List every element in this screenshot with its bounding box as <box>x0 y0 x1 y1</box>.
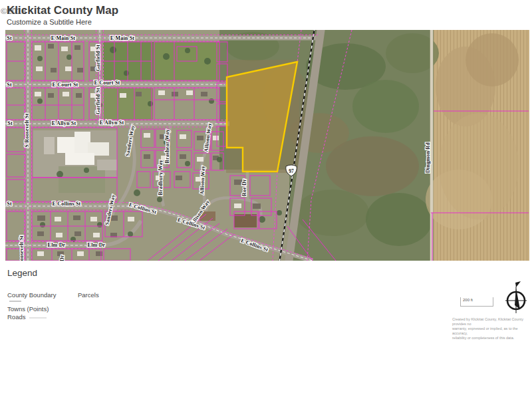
street-label: E Main St <box>51 35 76 41</box>
page-title: Klickitat County Map <box>7 4 118 17</box>
street-label: Bradbury Way <box>158 160 164 196</box>
street-label: St <box>7 120 13 126</box>
street-label: Garfield St <box>95 88 101 114</box>
scale-bar-label: 200 ft <box>461 298 493 302</box>
attribution-line: reliability or completeness of this data… <box>452 336 532 340</box>
street-label: E Allyn St <box>100 120 124 126</box>
roads-swatch <box>29 317 47 319</box>
aerial-map: 97 St E Main St E Main St Garfield St St… <box>5 30 529 261</box>
street-label: Dingmon Rd <box>425 142 431 173</box>
street-label: St <box>7 82 12 88</box>
street-label: S Roosevelt St <box>24 113 30 147</box>
street-label: St <box>7 201 12 207</box>
attribution-line: Created by Klickitat County, Klickitat C… <box>452 317 532 327</box>
map-canvas[interactable]: 97 St E Main St E Main St Garfield St St… <box>5 30 529 261</box>
street-label: Roe Dr <box>241 179 247 196</box>
north-arrow-icon <box>503 279 530 315</box>
street-label: E Court St <box>53 82 78 88</box>
street-label: Dr <box>59 255 65 261</box>
attribution-line: warranty, expressed or implied, as to th… <box>452 327 532 336</box>
county-boundary-swatch <box>9 301 21 302</box>
street-label: E Main St <box>110 35 135 41</box>
street-label: Allison Way <box>199 166 206 195</box>
street-label: Brashear Way <box>164 129 170 163</box>
legend-title: Legend <box>7 268 37 278</box>
street-label: Garfield St <box>95 45 101 71</box>
legend-item-county-boundary: County Boundary <box>7 291 56 299</box>
map-export-page: { "header": { "title": "Klickitat County… <box>0 0 532 399</box>
street-label: E Collins St <box>53 201 81 207</box>
scale-bar: 200 ft <box>460 297 493 307</box>
highway-97-label: 97 <box>289 168 294 174</box>
legend-item-towns-points: Towns (Points) <box>7 305 49 313</box>
attribution-text: Created by Klickitat County, Klickitat C… <box>452 317 532 340</box>
street-label: Elm Dr <box>48 242 66 248</box>
page-subtitle: Customize a Subtitle Here <box>7 18 92 26</box>
street-label: E Allyn St <box>52 120 76 126</box>
legend-item-roads: Roads <box>7 313 25 321</box>
street-label: E Court St <box>94 80 120 86</box>
street-label: Roosevelt St <box>19 235 25 261</box>
legend-item-parcels: Parcels <box>78 291 99 299</box>
street-label: St <box>7 35 12 41</box>
street-label: Elm Dr <box>88 242 106 248</box>
